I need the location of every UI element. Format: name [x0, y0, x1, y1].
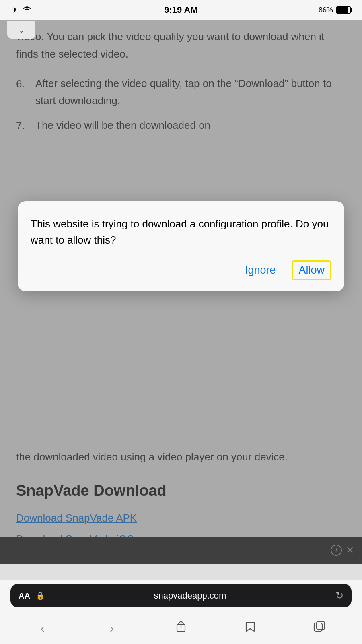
- bottom-nav: ‹ ›: [0, 612, 362, 644]
- tabs-icon: [313, 621, 325, 636]
- allow-button[interactable]: Allow: [292, 260, 331, 280]
- back-button[interactable]: ‹: [31, 618, 55, 638]
- status-left-icons: ✈: [11, 5, 32, 15]
- url-pill[interactable]: AA 🔒 snapvadeapp.com ↻: [10, 584, 352, 607]
- browser-address-bar[interactable]: AA 🔒 snapvadeapp.com ↻: [0, 580, 362, 612]
- ignore-button[interactable]: Ignore: [241, 262, 280, 279]
- forward-button[interactable]: ›: [100, 618, 124, 638]
- share-icon: [175, 620, 187, 636]
- aa-text[interactable]: AA: [19, 591, 30, 601]
- tabs-button[interactable]: [307, 618, 331, 638]
- alert-message: This website is trying to download a con…: [31, 216, 331, 248]
- lock-icon: 🔒: [36, 591, 45, 600]
- share-button[interactable]: [169, 618, 193, 638]
- bookmarks-button[interactable]: [238, 618, 262, 638]
- status-right-icons: 86%: [319, 6, 351, 14]
- url-text: snapvadeapp.com: [50, 590, 330, 601]
- airplane-icon: ✈: [11, 5, 18, 15]
- dropdown-indicator[interactable]: ⌄: [7, 21, 35, 39]
- status-bar: ✈ 9:19 AM 86%: [0, 0, 362, 20]
- back-icon: ‹: [41, 621, 45, 635]
- reload-icon[interactable]: ↻: [335, 590, 343, 601]
- battery-icon: [336, 6, 351, 14]
- bookmarks-icon: [244, 621, 256, 636]
- battery-percentage: 86%: [319, 6, 333, 14]
- overlay: [0, 20, 362, 564]
- status-time: 9:19 AM: [164, 5, 198, 15]
- svg-rect-2: [245, 625, 255, 625]
- forward-icon: ›: [110, 621, 114, 635]
- wifi-icon: [22, 6, 32, 15]
- alert-buttons: Ignore Allow: [31, 260, 331, 280]
- alert-dialog: This website is trying to download a con…: [18, 201, 344, 291]
- chevron-down-icon: ⌄: [18, 25, 25, 35]
